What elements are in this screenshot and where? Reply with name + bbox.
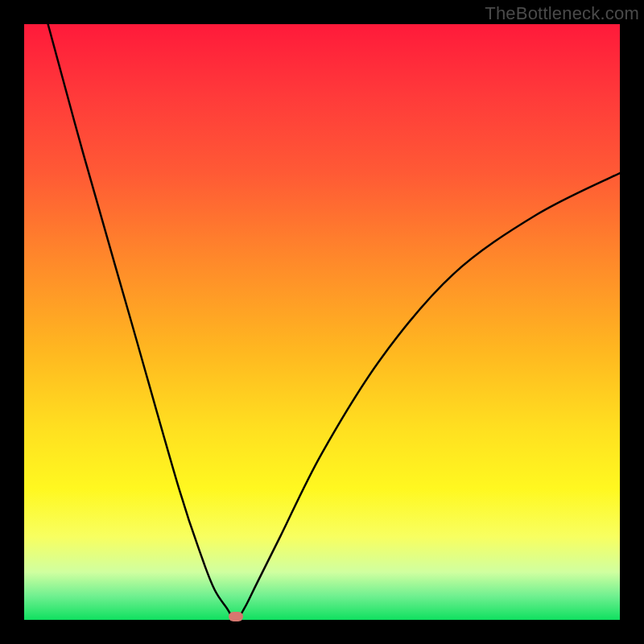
chart-frame: TheBottleneck.com: [0, 0, 644, 644]
plot-area: [24, 24, 620, 620]
bottleneck-curve: [24, 24, 620, 620]
curve-minimum-marker: [229, 612, 243, 621]
watermark-text: TheBottleneck.com: [485, 3, 639, 24]
